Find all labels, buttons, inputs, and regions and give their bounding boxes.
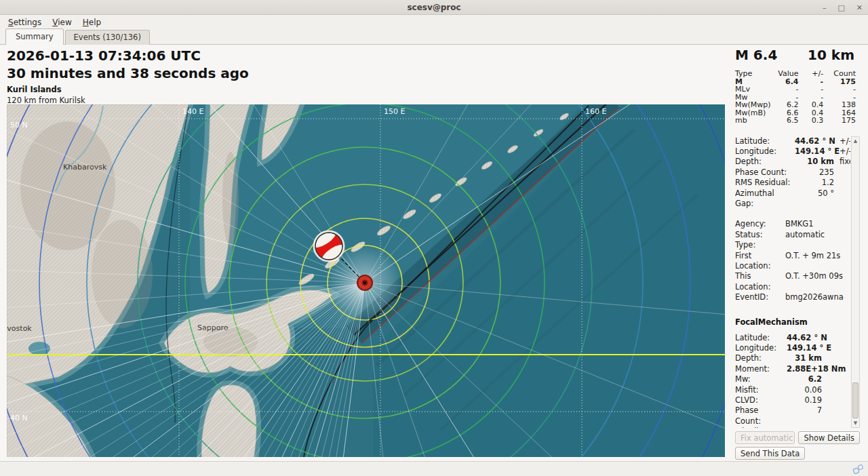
city-label: Vladivostok bbox=[7, 324, 32, 333]
mag-table-row: mb6.50.3175 bbox=[735, 117, 856, 125]
mag-table-row: MLv--- bbox=[735, 85, 856, 94]
agency-row: EventID:bmg2026awna bbox=[735, 292, 850, 302]
show-details-button[interactable]: Show Details bbox=[798, 431, 860, 444]
maximize-icon[interactable]: □ bbox=[837, 4, 844, 12]
latitude-label: 50 N bbox=[10, 121, 28, 130]
origin-details-scroll-area: Latitude:44.62 ° N+/- 3 kmLongitude:149.… bbox=[735, 136, 860, 428]
scrollbar-thumb[interactable] bbox=[852, 382, 859, 418]
longitude-label: 140 E bbox=[182, 107, 203, 116]
window-title: scesv@proc bbox=[407, 3, 460, 12]
agency-row: First Location:O.T. + 9m 21s bbox=[735, 251, 850, 272]
scroll-down-icon[interactable]: ▼ bbox=[852, 419, 859, 427]
vertical-scrollbar[interactable]: ▲ ▼ bbox=[851, 136, 860, 428]
focal-mechanism-row: Depth:31 km bbox=[735, 353, 850, 363]
mag-table-header: Type bbox=[735, 70, 771, 78]
menubar: SettingsViewHelp bbox=[0, 15, 868, 29]
event-elapsed-time: 30 minutes and 38 seconds ago bbox=[7, 64, 725, 82]
city-label: Sapporo bbox=[197, 323, 229, 332]
menu-item-settings[interactable]: Settings bbox=[3, 16, 47, 28]
scesv-window: scesv@proc – □ ✕ SettingsViewHelp Summar… bbox=[0, 0, 868, 476]
focal-mechanism-heading: FocalMechanism bbox=[735, 317, 850, 328]
menu-item-view[interactable]: View bbox=[47, 16, 77, 28]
map-svg[interactable]: 140 E150 E160 E50 N40 NKhabarovskSapporo… bbox=[7, 104, 725, 457]
focal-mechanism-row: CLVD:0.19 bbox=[735, 395, 850, 405]
agency-row: Type: bbox=[735, 240, 850, 250]
magnitude-table: TypeValue+/-CountM6.4-175MLv---Mw---Mw(M… bbox=[735, 70, 856, 125]
origin-row: Depth:10 kmfixed bbox=[735, 157, 850, 167]
origin-row: Azimuthal Gap:50 ° bbox=[735, 189, 850, 210]
menu-item-help[interactable]: Help bbox=[77, 16, 106, 28]
longitude-label: 150 E bbox=[384, 107, 405, 116]
mag-table-header: Value bbox=[771, 70, 799, 78]
content-area: 2026-01-13 07:34:06 UTC 30 minutes and 3… bbox=[0, 45, 868, 461]
mag-table-row: Mw(Mwp)6.20.4138 bbox=[735, 101, 856, 109]
longitude-label: 160 E bbox=[585, 107, 606, 116]
agency-row: Agency:BMKG1 bbox=[735, 219, 850, 229]
tab-summary[interactable]: Summary bbox=[5, 28, 64, 45]
focal-mechanism-row: Latitude:44.62 ° N bbox=[735, 333, 850, 343]
origin-row: Phase Count:235 bbox=[735, 167, 850, 178]
focal-mechanism-row: Misfit:0.06 bbox=[735, 385, 850, 395]
origin-row: Longitude:149.14 ° E+/- 3 km bbox=[735, 146, 850, 157]
event-datetime: 2026-01-13 07:34:06 UTC bbox=[7, 47, 725, 64]
magnitude-depth-header: M 6.4 10 km bbox=[731, 47, 861, 63]
agency-row: This Location:O.T. +30m 09s bbox=[735, 271, 850, 292]
mag-table-header: Count bbox=[823, 70, 856, 78]
agency-row: Status:automatic bbox=[735, 230, 850, 240]
event-region: Kuril Islands bbox=[7, 85, 725, 94]
magnitude-value: M 6.4 bbox=[735, 47, 777, 63]
event-summary-column: 2026-01-13 07:34:06 UTC 30 minutes and 3… bbox=[7, 45, 725, 461]
focal-mechanism-row: Phase Count:7 bbox=[735, 405, 850, 427]
focal-mechanism-row: Mw:6.2 bbox=[735, 374, 850, 384]
connection-status-icon bbox=[852, 463, 865, 475]
scroll-up-icon[interactable]: ▲ bbox=[852, 137, 859, 145]
epicenter-marker[interactable] bbox=[357, 275, 372, 290]
depth-value: 10 km bbox=[808, 47, 854, 63]
tab-events-130-136[interactable]: Events (130/136) bbox=[65, 30, 150, 45]
mag-table-header: +/- bbox=[799, 70, 824, 78]
close-icon[interactable]: ✕ bbox=[856, 4, 863, 12]
minimize-icon[interactable]: – bbox=[823, 4, 827, 12]
statusbar bbox=[0, 461, 868, 476]
send-this-data-button[interactable]: Send This Data bbox=[735, 447, 805, 460]
focal-mechanism-row: Longitude:149.14 ° E bbox=[735, 343, 850, 353]
focal-mechanism-row: Min dist:18.4 ° bbox=[735, 427, 850, 427]
event-distance: 120 km from Kurilsk bbox=[7, 96, 725, 105]
focal-mechanism-row: Moment:2.88E+18 Nm bbox=[735, 364, 850, 374]
origin-row: Latitude:44.62 ° N+/- 3 km bbox=[735, 136, 850, 146]
tabbar: SummaryEvents (130/136) bbox=[0, 29, 868, 45]
event-header: 2026-01-13 07:34:06 UTC 30 minutes and 3… bbox=[7, 45, 725, 104]
fix-automatic-solutions-button[interactable]: Fix automatic solutions bbox=[735, 431, 795, 444]
window-controls: – □ ✕ bbox=[823, 0, 863, 15]
event-map[interactable]: 140 E150 E160 E50 N40 NKhabarovskSapporo… bbox=[7, 104, 725, 457]
origin-info-panel: M 6.4 10 km TypeValue+/-CountM6.4-175MLv… bbox=[731, 45, 861, 461]
origin-row: RMS Residual:1.2 bbox=[735, 178, 850, 188]
mag-table-row: M6.4-175 bbox=[735, 78, 856, 86]
titlebar[interactable]: scesv@proc – □ ✕ bbox=[0, 0, 868, 15]
